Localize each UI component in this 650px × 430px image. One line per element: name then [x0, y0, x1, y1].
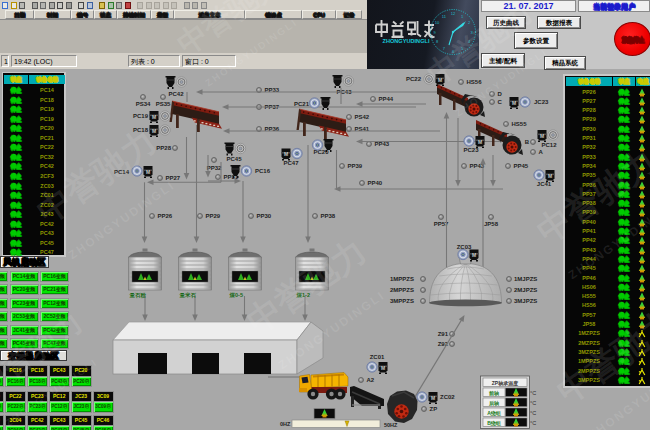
svg-text:°C: °C: [530, 420, 536, 426]
svg-text:0HZ: 0HZ: [280, 421, 291, 427]
svg-text:煤0-5: 煤0-5: [229, 292, 243, 298]
svg-text:后轴: 后轴: [488, 400, 499, 407]
svg-text:°C: °C: [530, 400, 536, 406]
svg-text:ZP轴承温度: ZP轴承温度: [492, 380, 518, 387]
svg-text:前轴: 前轴: [488, 390, 499, 397]
svg-text:50HZ: 50HZ: [384, 422, 398, 428]
svg-text:B绕组: B绕组: [487, 420, 502, 427]
svg-text:量石粉: 量石粉: [129, 292, 147, 299]
svg-text:A绕组: A绕组: [487, 410, 502, 417]
svg-text:°C: °C: [530, 390, 536, 396]
svg-text:°C: °C: [530, 410, 536, 416]
svg-text:煤1-2: 煤1-2: [296, 292, 310, 298]
svg-text:量米石: 量米石: [179, 292, 197, 299]
